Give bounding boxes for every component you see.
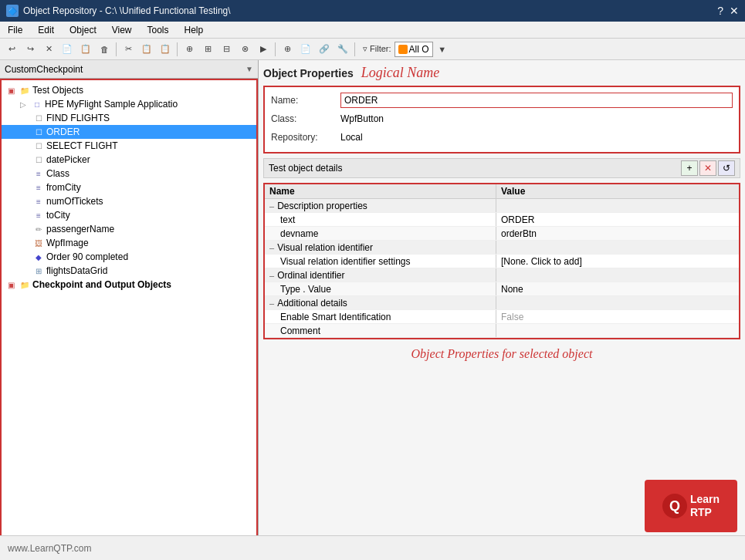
- tree-item-from-city[interactable]: ≡ fromCity: [2, 180, 256, 194]
- tree-item-flights-grid[interactable]: ⊞ flightsDataGrid: [2, 264, 256, 278]
- toolbar-btn-11[interactable]: ⊞: [199, 41, 216, 58]
- tree-item-to-city[interactable]: ≡ toCity: [2, 208, 256, 222]
- date-picker-icon: ☐: [32, 153, 45, 166]
- obj-props-title: Object Properties: [263, 67, 354, 79]
- test-objects-label: Test Objects: [32, 85, 83, 96]
- tree-item-wpf-image[interactable]: 🖼 WpfImage: [2, 236, 256, 250]
- class-row: Class: WpfButton: [271, 110, 733, 127]
- details-refresh-button[interactable]: ↺: [718, 160, 735, 176]
- tree-item-num-tickets[interactable]: ≡ numOfTickets: [2, 194, 256, 208]
- name-input[interactable]: [340, 93, 733, 108]
- menu-view[interactable]: View: [109, 25, 135, 35]
- left-panel: CustomCheckpoint ▼ ▣ 📁 Test Objects ▷ □ …: [0, 60, 259, 560]
- toolbar-btn-14[interactable]: ▶: [255, 41, 272, 58]
- smart-id-name: Enable Smart Identification: [265, 310, 496, 323]
- toolbar-btn-5[interactable]: 📋: [77, 41, 94, 58]
- details-remove-button[interactable]: ✕: [699, 160, 716, 176]
- find-flights-label: FIND FLIGHTS: [46, 113, 110, 123]
- tree-item-order-90[interactable]: ◆ Order 90 completed: [2, 250, 256, 264]
- menu-edit[interactable]: Edit: [35, 25, 57, 35]
- tree-container[interactable]: ▣ 📁 Test Objects ▷ □ HPE MyFlight Sample…: [0, 79, 258, 537]
- smart-id-value: False: [496, 310, 739, 323]
- left-panel-dropdown[interactable]: ▼: [246, 65, 253, 73]
- learn-ka-icon-shape: Q: [662, 494, 687, 518]
- date-picker-label: datePicker: [46, 154, 90, 165]
- comment-value: [496, 324, 739, 337]
- toolbar-btn-10[interactable]: ⊕: [181, 41, 198, 58]
- comment-name: Comment: [265, 324, 496, 337]
- toolbar-sep-1: [116, 42, 117, 56]
- toolbar-btn-15[interactable]: ⊕: [279, 41, 296, 58]
- tree-item-order[interactable]: ☐ ORDER: [2, 125, 256, 139]
- table-row-visual-settings[interactable]: Visual relation identifier settings [Non…: [265, 255, 739, 268]
- find-flights-icon: ☐: [32, 112, 45, 124]
- devname-value: orderBtn: [496, 227, 739, 240]
- menu-file[interactable]: File: [5, 25, 25, 35]
- tree-item-date-picker[interactable]: ☐ datePicker: [2, 153, 256, 167]
- toolbar-btn-17[interactable]: 🔗: [316, 41, 333, 58]
- additional-group-name: –Additional details: [265, 296, 496, 309]
- toolbar-btn-18[interactable]: 🔧: [334, 41, 351, 58]
- toolbar-btn-6[interactable]: 🗑: [96, 41, 113, 58]
- order-90-label: Order 90 completed: [46, 251, 128, 262]
- text-name: text: [265, 213, 496, 226]
- learn-ka-logo: Q Learn RTP: [645, 480, 737, 532]
- flights-grid-icon: ⊞: [32, 265, 45, 277]
- toolbar-btn-13[interactable]: ⊗: [236, 41, 253, 58]
- class-label: Class: [46, 168, 69, 179]
- hpe-icon: □: [31, 98, 43, 110]
- to-city-label: toCity: [46, 210, 70, 221]
- tree-item-hpe-app[interactable]: ▷ □ HPE MyFlight Sample Applicatio: [2, 97, 256, 111]
- toolbar: ↩ ↪ ✕ 📄 📋 🗑 ✂ 📋 📋 ⊕ ⊞ ⊟ ⊗ ▶ ⊕ 📄 🔗 🔧 ▿ Fi…: [0, 39, 745, 60]
- details-title: Test object details: [269, 163, 342, 174]
- visual-minus-icon: –: [269, 243, 274, 252]
- details-buttons: + ✕ ↺: [681, 160, 735, 176]
- type-value-value: None: [496, 282, 739, 295]
- test-objects-folder-icon: 📁: [19, 84, 31, 96]
- checkpoint-folder-icon: 📁: [19, 278, 31, 291]
- help-button[interactable]: ?: [717, 5, 723, 17]
- tree-item-find-flights[interactable]: ☐ FIND FLIGHTS: [2, 111, 256, 125]
- details-table: Name Value –Description properties text …: [263, 183, 740, 339]
- logical-name-annotation: Logical Name: [361, 65, 440, 81]
- tree-item-checkpoint-output[interactable]: ▣ 📁 Checkpoint and Output Objects: [2, 278, 256, 292]
- toolbar-btn-3[interactable]: ✕: [40, 41, 57, 58]
- toolbar-sep-2: [177, 42, 178, 56]
- bottom-bar: www.LearnQTP.com: [0, 535, 745, 560]
- menu-tools[interactable]: Tools: [144, 25, 172, 35]
- hpe-label: HPE MyFlight Sample Applicatio: [45, 99, 178, 110]
- menu-bar: File Edit Object View Tools Help: [0, 22, 745, 39]
- toolbar-btn-8[interactable]: 📋: [138, 41, 155, 58]
- visual-settings-value: [None. Click to add]: [496, 255, 739, 268]
- name-row: Name:: [271, 92, 733, 109]
- toolbar-sep-4: [354, 42, 355, 56]
- tree-item-test-objects[interactable]: ▣ 📁 Test Objects: [2, 83, 256, 97]
- repository-label: Repository:: [271, 132, 340, 143]
- wpf-image-icon: 🖼: [32, 237, 45, 249]
- toolbar-btn-12[interactable]: ⊟: [218, 41, 235, 58]
- desc-group-value: [496, 199, 739, 212]
- visual-settings-name: Visual relation identifier settings: [265, 255, 496, 268]
- filter-dropdown-button[interactable]: ▼: [436, 41, 449, 58]
- ordinal-group-name: –Ordinal identifier: [265, 268, 496, 282]
- class-icon: ≡: [32, 167, 45, 180]
- toolbar-btn-9[interactable]: 📋: [157, 41, 174, 58]
- tree-item-class[interactable]: ≡ Class: [2, 167, 256, 180]
- toolbar-btn-4[interactable]: 📄: [59, 41, 76, 58]
- details-add-button[interactable]: +: [681, 160, 698, 176]
- toolbar-btn-1[interactable]: ↩: [3, 41, 20, 58]
- type-value-name: Type . Value: [265, 282, 496, 295]
- order-icon: ☐: [32, 126, 45, 138]
- checkpoint-output-label: Checkpoint and Output Objects: [32, 279, 171, 290]
- learn-ka-inner: Q Learn RTP: [662, 493, 720, 519]
- tree-item-passenger-name[interactable]: ✏ passengerName: [2, 222, 256, 236]
- toolbar-btn-2[interactable]: ↪: [22, 41, 39, 58]
- flights-grid-label: flightsDataGrid: [46, 265, 107, 276]
- menu-help[interactable]: Help: [181, 25, 207, 35]
- menu-object[interactable]: Object: [66, 25, 100, 35]
- toolbar-btn-16[interactable]: 📄: [297, 41, 314, 58]
- tree-item-select-flight[interactable]: ☐ SELECT FLIGHT: [2, 139, 256, 153]
- test-objects-expand-icon: ▣: [5, 84, 17, 96]
- toolbar-btn-7[interactable]: ✂: [120, 41, 137, 58]
- close-button[interactable]: ✕: [730, 5, 739, 17]
